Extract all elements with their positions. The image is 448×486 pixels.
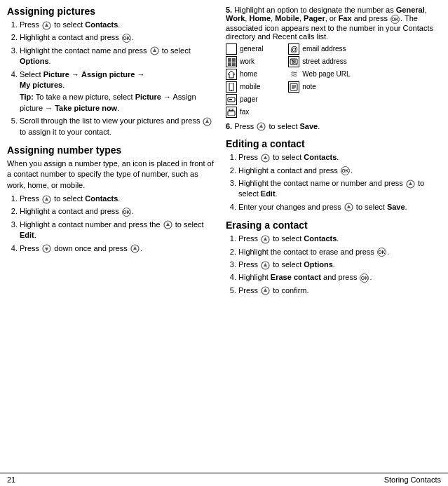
editing-list: Press to select Contacts. Highlight a co… [226, 152, 441, 212]
ok-icon: OK [377, 248, 386, 257]
ok-icon: OK [122, 34, 131, 43]
nav-icon [203, 117, 212, 126]
nav-icon [257, 122, 266, 131]
svg-marker-39 [264, 237, 267, 241]
bold-text: Options [20, 57, 49, 65]
editing-title: Editing a contact [226, 138, 441, 149]
svg-marker-37 [347, 205, 351, 208]
note-icon [288, 81, 299, 93]
list-item: Highlight a contact and press OK. [238, 166, 441, 176]
general-icon [226, 43, 237, 55]
list-item: Highlight the contact name or number and… [238, 178, 441, 200]
svg-marker-5 [205, 119, 209, 123]
assigning-pictures-list: Press to select Contacts. Highlight a co… [7, 20, 217, 137]
assigning-number-types-intro: When you assign a number type, an icon i… [7, 158, 217, 191]
svg-marker-11 [45, 248, 48, 251]
list-item: Highlight a contact and press OK. [20, 32, 217, 43]
svg-marker-7 [45, 197, 48, 201]
svg-marker-13 [133, 246, 137, 250]
icon-row-mobile: mobile [226, 81, 263, 93]
bold-text: Edit [20, 231, 34, 239]
erasing-title: Erasing a contact [226, 220, 441, 231]
svg-marker-1 [45, 23, 48, 27]
svg-rect-18 [229, 99, 232, 100]
assigning-number-types-title: Assigning number types [7, 144, 217, 156]
email-label: email address [302, 45, 346, 53]
bold-text: Contacts [85, 194, 118, 203]
step6-text: 6. Press to select Save. [226, 122, 441, 132]
bold-text: My pictures [20, 81, 62, 89]
assigning-number-types-list: Press to select Contacts. Highlight a co… [7, 194, 217, 254]
svg-marker-43 [264, 288, 267, 292]
home-label: home [240, 70, 257, 78]
bold-text: Picture [43, 70, 69, 79]
email-icon: @ [288, 43, 299, 55]
nav-icon [406, 180, 415, 189]
pager-icon [226, 94, 237, 105]
nav-icon [42, 195, 51, 204]
svg-marker-35 [409, 182, 412, 185]
icon-row-street: street address [288, 56, 350, 67]
left-column: Assigning pictures Press to select Conta… [7, 6, 217, 467]
svg-rect-16 [231, 90, 233, 90]
list-item: Highlight the contact name and press to … [20, 46, 217, 67]
nav-icon [261, 261, 270, 270]
svg-marker-41 [264, 263, 267, 266]
list-item: Press to select Contacts. [238, 152, 441, 163]
icon-row-email: @ email address [288, 43, 350, 55]
general-label: general [240, 45, 263, 53]
nav-icon [130, 244, 140, 253]
icon-row-work: work [226, 56, 263, 67]
fax-label: fax [240, 108, 249, 116]
ok-icon: OK [360, 274, 369, 283]
list-item: Highlight Erase contact and press OK. [238, 272, 441, 283]
svg-marker-14 [228, 71, 235, 78]
page-number: 21 [7, 475, 15, 484]
right-icon-col: @ email address street address ≋ Web pag… [288, 43, 350, 118]
ok-icon: OK [391, 15, 400, 24]
street-address-icon [288, 56, 299, 67]
scroll-down-icon [42, 244, 51, 253]
nav-icon [163, 220, 172, 229]
list-item: Press to select Contacts. [238, 234, 441, 244]
list-item: Press to select Options. [238, 259, 441, 270]
icon-row-web: ≋ Web page URL [288, 69, 350, 80]
fax-icon [226, 107, 237, 118]
web-label: Web page URL [302, 70, 350, 78]
page: Assigning pictures Press to select Conta… [0, 0, 448, 486]
content-area: Assigning pictures Press to select Conta… [0, 0, 448, 473]
svg-marker-33 [264, 156, 267, 159]
footer: 21 Storing Contacts [0, 473, 448, 486]
assigning-pictures-title: Assigning pictures [7, 6, 217, 17]
work-label: work [240, 58, 254, 65]
svg-marker-9 [166, 222, 170, 226]
nav-icon [150, 46, 159, 55]
icon-table: general work [226, 43, 441, 118]
mobile-label: mobile [240, 83, 260, 90]
bold-text: Assign picture [81, 70, 135, 79]
icon-row-fax: fax [226, 107, 263, 118]
tip-text: Tip: To take a new picture, select Pictu… [20, 92, 217, 114]
mobile-icon [226, 81, 237, 93]
right-column: 5. Highlight an option to designate the … [226, 6, 441, 467]
ok-icon: OK [341, 166, 350, 175]
list-item: Select Picture → Assign picture → My pic… [20, 69, 217, 114]
list-item: Press to confirm. [238, 285, 441, 296]
icon-row-note: note [288, 81, 350, 93]
note-label: note [302, 83, 315, 90]
svg-marker-31 [259, 124, 263, 128]
street-label: street address [302, 58, 346, 65]
list-item: Highlight a contact and press OK. [20, 206, 217, 217]
web-icon: ≋ [288, 69, 299, 80]
svg-line-25 [290, 59, 297, 65]
list-item: Enter your changes and press to select S… [238, 202, 441, 212]
list-item: Scroll through the list to view your pic… [20, 116, 217, 137]
footer-section-title: Storing Contacts [384, 475, 441, 484]
list-item: Highlight the contact to erase and press… [238, 247, 441, 257]
list-item: Press to select Contacts. [20, 20, 217, 30]
list-item: Highlight a contact number and press the… [20, 220, 217, 241]
bold-text: Contacts [85, 20, 118, 29]
icon-row-home: home [226, 69, 263, 80]
pager-label: pager [240, 95, 258, 103]
erasing-list: Press to select Contacts. Highlight the … [226, 234, 441, 296]
